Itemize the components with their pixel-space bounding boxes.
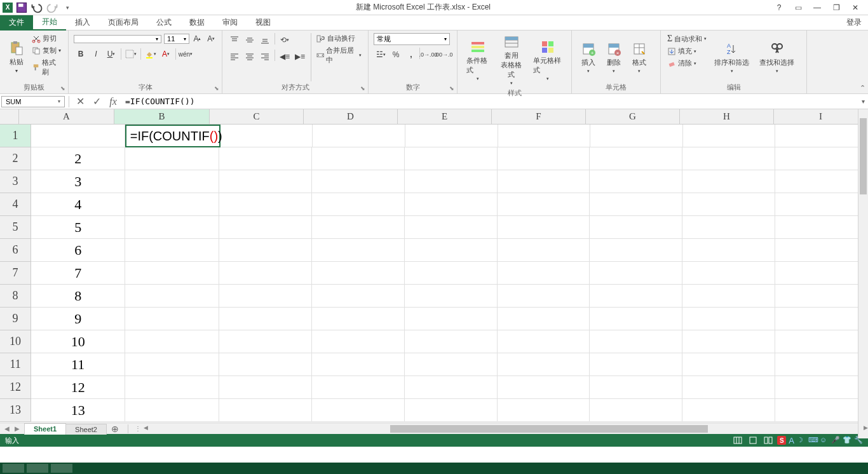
row-header-7[interactable]: 7: [0, 262, 31, 285]
cell-F5[interactable]: [498, 216, 590, 239]
cell-C8[interactable]: [219, 285, 312, 308]
cell-I10[interactable]: [775, 330, 868, 353]
cell-E2[interactable]: [405, 147, 498, 170]
cut-button[interactable]: 剪切: [31, 33, 63, 44]
clear-button[interactable]: 清除▾: [666, 58, 708, 69]
fill-color-button[interactable]: ▾: [144, 47, 158, 61]
font-name-dropdown[interactable]: ▾: [74, 35, 161, 43]
find-select-button[interactable]: 查找和选择▾: [756, 33, 798, 81]
cell-A8[interactable]: 8: [31, 285, 125, 308]
sogou-ime-icon[interactable]: S: [777, 436, 786, 445]
cell-A9[interactable]: 9: [31, 308, 125, 330]
cell-B6[interactable]: [125, 239, 219, 262]
close-icon[interactable]: ✕: [849, 1, 862, 14]
taskbar-item[interactable]: [3, 464, 24, 473]
cell-H3[interactable]: [682, 170, 775, 193]
font-launcher-icon[interactable]: ⬊: [213, 85, 220, 92]
cell-E8[interactable]: [405, 285, 498, 308]
delete-cells-button[interactable]: ×删除▾: [602, 33, 625, 81]
cell-F3[interactable]: [498, 170, 590, 193]
sheet-tab-sheet2[interactable]: Sheet2: [65, 424, 107, 435]
cell-D8[interactable]: [312, 285, 405, 308]
tray-keyboard-icon[interactable]: ⌨: [808, 436, 817, 445]
cell-A2[interactable]: 2: [31, 147, 125, 170]
merge-center-button[interactable]: 合并后居中▾: [315, 45, 363, 65]
enter-formula-icon[interactable]: ✓: [89, 95, 104, 108]
row-header-2[interactable]: 2: [0, 147, 31, 170]
cell-D11[interactable]: [312, 353, 405, 376]
conditional-format-button[interactable]: 条件格式▾: [463, 33, 494, 87]
cell-G10[interactable]: [590, 330, 682, 353]
bold-button[interactable]: B: [74, 47, 88, 61]
row-header-10[interactable]: 10: [0, 330, 31, 353]
cell-A13[interactable]: 13: [31, 399, 125, 422]
align-right-icon[interactable]: [258, 50, 272, 64]
cell-H1[interactable]: [683, 125, 776, 147]
cell-F2[interactable]: [498, 147, 590, 170]
cell-C3[interactable]: [219, 170, 312, 193]
cell-F6[interactable]: [498, 239, 590, 262]
align-middle-icon[interactable]: [243, 33, 257, 47]
italic-button[interactable]: I: [89, 47, 103, 61]
cell-D10[interactable]: [312, 330, 405, 353]
cell-F11[interactable]: [498, 353, 590, 376]
cell-B4[interactable]: [125, 193, 219, 216]
increase-decimal-icon[interactable]: .0→.00: [421, 48, 435, 62]
tab-nav-prev-icon[interactable]: ◀: [3, 424, 11, 433]
cell-D7[interactable]: [312, 262, 405, 285]
cell-G11[interactable]: [590, 353, 682, 376]
cell-G2[interactable]: [590, 147, 682, 170]
cell-G4[interactable]: [590, 193, 682, 216]
cell-G9[interactable]: [590, 308, 682, 330]
cell-H4[interactable]: [682, 193, 775, 216]
cell-I5[interactable]: [775, 216, 868, 239]
column-header-E[interactable]: E: [398, 109, 492, 124]
increase-indent-icon[interactable]: ▶≡: [293, 50, 307, 64]
wrap-text-button[interactable]: 自动换行: [315, 33, 363, 44]
cell-B2[interactable]: [125, 147, 219, 170]
decrease-font-icon[interactable]: A▾: [205, 33, 217, 44]
cell-E11[interactable]: [405, 353, 498, 376]
vertical-scrollbar[interactable]: [858, 109, 868, 438]
cell-F9[interactable]: [498, 308, 590, 330]
row-header-13[interactable]: 13: [0, 399, 31, 422]
cell-B9[interactable]: [125, 308, 219, 330]
cell-H12[interactable]: [682, 376, 775, 399]
cell-I11[interactable]: [775, 353, 868, 376]
save-icon[interactable]: [15, 1, 28, 14]
cell-A6[interactable]: 6: [31, 239, 125, 262]
clipboard-launcher-icon[interactable]: ⬊: [59, 85, 67, 92]
cell-B8[interactable]: [125, 285, 219, 308]
align-top-icon[interactable]: [227, 33, 241, 47]
cell-E1[interactable]: [405, 125, 498, 147]
column-header-D[interactable]: D: [304, 109, 398, 124]
cell-A5[interactable]: 5: [31, 216, 125, 239]
horizontal-scrollbar[interactable]: ◀ ▶: [144, 424, 868, 433]
cell-F12[interactable]: [498, 376, 590, 399]
cell-G12[interactable]: [590, 376, 682, 399]
cell-C10[interactable]: [219, 330, 312, 353]
cell-D2[interactable]: [312, 147, 405, 170]
fx-icon[interactable]: fx: [105, 95, 121, 108]
cell-B7[interactable]: [125, 262, 219, 285]
cell-I3[interactable]: [775, 170, 868, 193]
cell-H6[interactable]: [682, 239, 775, 262]
row-header-1[interactable]: 1: [0, 125, 31, 147]
cell-D1[interactable]: [313, 125, 405, 147]
cell-C4[interactable]: [219, 193, 312, 216]
minimize-icon[interactable]: —: [811, 1, 824, 14]
name-box[interactable]: SUM▾: [1, 96, 65, 107]
redo-icon[interactable]: [46, 1, 58, 14]
cancel-formula-icon[interactable]: ✕: [72, 95, 88, 108]
row-header-8[interactable]: 8: [0, 285, 31, 308]
sheet-tab-sheet1[interactable]: Sheet1: [24, 423, 66, 435]
autosum-button[interactable]: Σ自动求和▾: [666, 33, 708, 44]
cell-B13[interactable]: [125, 399, 219, 422]
cell-D3[interactable]: [312, 170, 405, 193]
increase-font-icon[interactable]: A▴: [192, 33, 203, 44]
underline-button[interactable]: U▾: [104, 47, 118, 61]
cell-C7[interactable]: [219, 262, 312, 285]
cell-H5[interactable]: [682, 216, 775, 239]
cell-F4[interactable]: [498, 193, 590, 216]
cell-C12[interactable]: [219, 376, 312, 399]
